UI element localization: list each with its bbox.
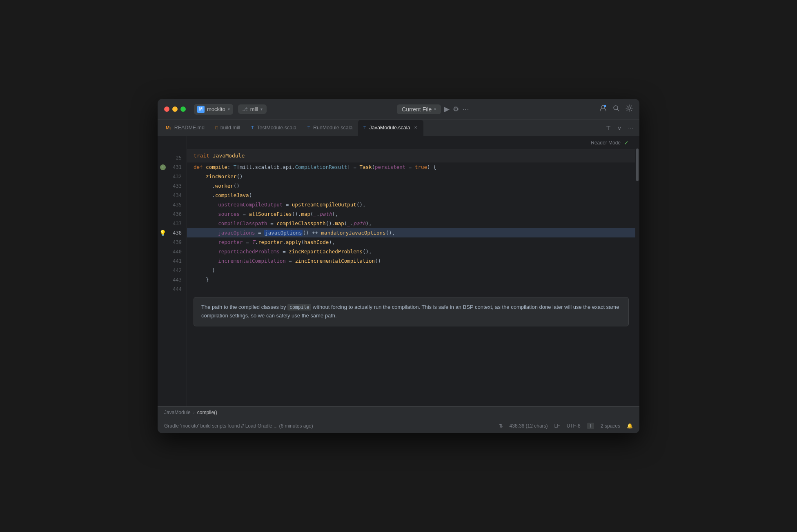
tab-overflow-icon[interactable]: ⊤ (603, 123, 613, 133)
tabs-more-button[interactable]: ⋯ (626, 123, 636, 133)
scrollbar-thumb[interactable] (636, 149, 639, 181)
indent-size[interactable]: 2 spaces (601, 423, 620, 429)
tabs-bar: M↓ README.md □ build.mill ⊤ TestModule.s… (158, 120, 639, 136)
tab-build-mill-label: build.mill (220, 125, 240, 131)
trait-line: trait JavaModule (187, 149, 635, 162)
git-branch-icon: ⎇ (242, 106, 248, 112)
tab-readme-label: README.md (174, 125, 205, 131)
code-editor[interactable]: Reader Mode ✓ trait JavaModule def compi… (187, 136, 635, 406)
line-number-435: 435 (158, 200, 187, 209)
run-button[interactable]: ▶ (444, 105, 450, 113)
runmodule-tab-icon: ⊤ (307, 125, 311, 130)
line-number-440: 440 (158, 247, 187, 256)
tab-runmodule[interactable]: ⊤ RunModule.scala (302, 120, 358, 136)
line-number-441: 441 (158, 256, 187, 266)
line-number-442: 442 (158, 266, 187, 275)
tabs-overflow: ⊤ ∨ ⋯ (603, 120, 636, 136)
encoding[interactable]: UTF-8 (567, 423, 581, 429)
line-number-433: 433 (158, 181, 187, 191)
bookmark-badge: ↑ (160, 164, 166, 170)
titlebar: M mockito ▾ ⎇ mill ▾ Current File ▾ ▶ ⚙ … (158, 99, 639, 120)
close-button[interactable] (164, 106, 169, 112)
vertical-scrollbar[interactable] (635, 136, 639, 406)
tab-close-button[interactable]: ✕ (413, 125, 419, 131)
line-number-436: 436 (158, 209, 187, 219)
maximize-button[interactable] (180, 106, 186, 112)
more-options-button[interactable]: ⋯ (462, 105, 469, 113)
tab-build-mill[interactable]: □ build.mill (210, 120, 245, 136)
code-line-439: reporter = T.reporter.apply(hashCode), (187, 237, 635, 247)
project-selector[interactable]: M mockito ▾ (194, 104, 233, 115)
doc-text-before: The path to the compiled classes by (201, 304, 287, 310)
editor-area: 25 ↑ 431 432 433 434 435 436 437 💡 438 4… (158, 136, 639, 406)
code-line-440: reportCachedProblems = zincReportCachedP… (187, 247, 635, 256)
tabs-list-chevron[interactable]: ∨ (615, 123, 624, 133)
traffic-lights (164, 106, 186, 112)
code-line-431: def compile: T[mill.scalalib.api.Compila… (187, 162, 635, 172)
code-line-432: zincWorker() (187, 172, 635, 181)
reader-mode-bar: Reader Mode ✓ (187, 136, 635, 149)
debug-button[interactable]: ⚙ (453, 105, 459, 113)
indent-type[interactable]: T (587, 423, 594, 429)
cursor-position[interactable]: 438:36 (12 chars) (510, 423, 548, 429)
sync-icon[interactable]: ⇅ (499, 423, 503, 429)
reader-mode-controls: Reader Mode ✓ (591, 140, 629, 146)
reader-mode-label[interactable]: Reader Mode (591, 140, 621, 146)
line-ending[interactable]: LF (554, 423, 560, 429)
breadcrumb-class[interactable]: JavaModule (164, 410, 191, 415)
line-number-444: 444 (158, 284, 187, 294)
build-tab-icon: □ (215, 125, 218, 130)
run-config-name: mill (250, 106, 258, 112)
tab-javamodule[interactable]: ⊤ JavaModule.scala ✕ (358, 120, 423, 136)
line-number-437: 437 (158, 219, 187, 228)
current-file-chevron: ▾ (434, 107, 436, 111)
code-line-442: ) (187, 266, 635, 275)
search-icon[interactable] (612, 104, 620, 114)
trait-keyword: trait JavaModule (194, 153, 245, 159)
project-icon: M (197, 106, 205, 113)
intention-bulb-icon[interactable]: 💡 (159, 230, 166, 236)
gradle-status-text[interactable]: Gradle 'mockito' build scripts found // … (164, 423, 313, 429)
keyword-trait: trait (194, 153, 213, 159)
tab-runmodule-label: RunModule.scala (313, 125, 353, 131)
readme-tab-icon: M↓ (166, 125, 172, 130)
main-window: M mockito ▾ ⎇ mill ▾ Current File ▾ ▶ ⚙ … (158, 99, 639, 433)
reader-mode-check: ✓ (624, 140, 629, 146)
code-line-436: sources = allSourceFiles().map(_.path), (187, 209, 635, 219)
titlebar-actions: + (599, 104, 633, 114)
code-line-437: compileClasspath = compileClasspath().ma… (187, 219, 635, 228)
code-line-444 (187, 284, 635, 294)
breadcrumb-method[interactable]: compile() (197, 410, 217, 415)
current-file-label: Current File (402, 106, 432, 113)
code-line-434: .compileJava( (187, 191, 635, 200)
line-number-438: 💡 438 (158, 228, 187, 237)
code-line-438: javacOptions = javacOptions() ++ mandato… (187, 228, 635, 237)
run-config-selector[interactable]: ⎇ mill ▾ (238, 104, 267, 114)
current-file-button[interactable]: Current File ▾ (397, 104, 441, 114)
code-line-443: } (187, 275, 635, 284)
settings-icon[interactable] (626, 104, 633, 114)
tab-readme[interactable]: M↓ README.md (161, 120, 209, 136)
code-content[interactable]: def compile: T[mill.scalalib.api.Compila… (187, 162, 635, 406)
project-chevron: ▾ (228, 107, 230, 111)
minimize-button[interactable] (172, 106, 178, 112)
notification-icon[interactable]: 🔔 (627, 423, 633, 429)
line-number-434: 434 (158, 191, 187, 200)
tab-testmodule-label: TestModule.scala (257, 125, 296, 131)
line-number-443: 443 (158, 275, 187, 284)
statusbar-right: ⇅ 438:36 (12 chars) LF UTF-8 T 2 spaces … (499, 423, 633, 429)
line-number-25: 25 (158, 136, 187, 162)
doc-code-ref: compile (287, 304, 311, 310)
class-name: JavaModule (213, 153, 245, 159)
line-number-432: 432 (158, 172, 187, 181)
line-number-431: ↑ 431 (158, 162, 187, 172)
tab-testmodule[interactable]: ⊤ TestModule.scala (246, 120, 301, 136)
account-icon[interactable]: + (599, 104, 607, 114)
code-line-433: .worker() (187, 181, 635, 191)
testmodule-tab-icon: ⊤ (251, 125, 254, 130)
statusbar-left: Gradle 'mockito' build scripts found // … (164, 423, 499, 429)
breadcrumb-bar: JavaModule › compile() (158, 406, 639, 418)
run-config-chevron: ▾ (260, 107, 263, 111)
svg-point-5 (628, 107, 630, 109)
project-name: mockito (207, 106, 225, 112)
